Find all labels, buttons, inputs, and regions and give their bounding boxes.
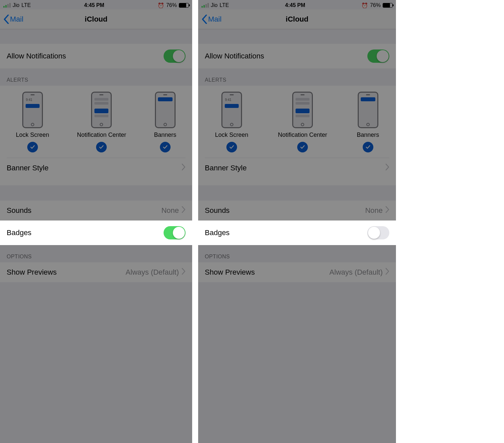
back-label: Mail — [208, 15, 221, 24]
badges-toggle[interactable] — [367, 226, 389, 239]
status-bar: Jio LTE 4:45 PM ⏰ 76% — [198, 0, 396, 9]
alert-type-notification-center[interactable]: Notification Center — [77, 92, 126, 152]
page-title: iCloud — [0, 15, 192, 24]
lockscreen-time: 9:41 — [26, 98, 32, 102]
options-header: OPTIONS — [0, 245, 192, 262]
screen-right: Jio LTE 4:45 PM ⏰ 76% Mail iCloud Allow … — [198, 0, 396, 443]
check-icon — [226, 142, 237, 152]
chevron-right-icon — [182, 206, 186, 215]
show-previews-label: Show Previews — [7, 268, 57, 277]
allow-notifications-label: Allow Notifications — [205, 52, 264, 60]
badges-row[interactable]: Badges — [0, 221, 192, 245]
show-previews-label: Show Previews — [205, 268, 255, 277]
alert-lock-label: Lock Screen — [16, 132, 49, 138]
chevron-right-icon — [385, 164, 389, 172]
lockscreen-preview-icon: 9:41 — [221, 92, 242, 128]
alarm-icon: ⏰ — [158, 2, 164, 9]
alert-type-lockscreen[interactable]: 9:41 Lock Screen — [215, 92, 248, 152]
sounds-label: Sounds — [205, 206, 230, 215]
alert-banners-label: Banners — [357, 132, 379, 138]
signal-icon — [201, 3, 209, 8]
status-time: 4:45 PM — [285, 2, 305, 8]
chevron-left-icon — [3, 15, 9, 24]
alert-banners-label: Banners — [154, 132, 176, 138]
notification-center-preview-icon — [292, 92, 313, 128]
allow-notifications-toggle[interactable] — [164, 49, 186, 63]
network-label: LTE — [219, 2, 229, 8]
banner-style-label: Banner Style — [205, 164, 247, 172]
banner-style-label: Banner Style — [7, 164, 49, 172]
check-icon — [160, 142, 171, 152]
sounds-value: None — [161, 206, 179, 215]
allow-notifications-toggle[interactable] — [367, 49, 389, 63]
battery-icon — [383, 3, 393, 8]
back-button[interactable]: Mail — [201, 15, 221, 24]
badges-row[interactable]: Badges — [198, 221, 396, 245]
badges-toggle[interactable] — [164, 226, 186, 239]
alert-type-notification-center[interactable]: Notification Center — [278, 92, 327, 152]
nav-bar: Mail iCloud — [198, 9, 396, 29]
show-previews-row[interactable]: Show Previews Always (Default) — [0, 262, 192, 282]
sounds-row[interactable]: Sounds None — [198, 201, 396, 221]
back-button[interactable]: Mail — [3, 15, 23, 24]
notification-center-preview-icon — [91, 92, 112, 128]
alerts-panel: 9:41 Lock Screen Notification Center — [198, 86, 396, 185]
alerts-panel: 9:41 Lock Screen Notification Center — [0, 86, 192, 185]
alert-lock-label: Lock Screen — [215, 132, 248, 138]
badges-label: Badges — [7, 228, 32, 237]
alert-type-banners[interactable]: Banners — [154, 92, 176, 152]
battery-pct: 76% — [370, 2, 381, 8]
chevron-right-icon — [385, 268, 389, 277]
alert-type-banners[interactable]: Banners — [357, 92, 379, 152]
lockscreen-time: 9:41 — [225, 98, 231, 102]
alert-type-lockscreen[interactable]: 9:41 Lock Screen — [16, 92, 49, 152]
show-previews-row[interactable]: Show Previews Always (Default) — [198, 262, 396, 282]
check-icon — [27, 142, 38, 152]
lockscreen-preview-icon: 9:41 — [22, 92, 43, 128]
alerts-header: ALERTS — [198, 68, 396, 86]
sounds-row[interactable]: Sounds None — [0, 201, 192, 221]
show-previews-value: Always (Default) — [126, 268, 179, 277]
banners-preview-icon — [155, 92, 176, 128]
status-time: 4:45 PM — [84, 2, 104, 8]
chevron-right-icon — [182, 164, 186, 172]
page-title: iCloud — [198, 15, 396, 24]
carrier-label: Jio — [13, 2, 19, 8]
status-bar: Jio LTE 4:45 PM ⏰ 76% — [0, 0, 192, 9]
alert-nc-label: Notification Center — [77, 132, 126, 138]
banners-preview-icon — [358, 92, 378, 128]
allow-notifications-row[interactable]: Allow Notifications — [0, 44, 192, 68]
network-label: LTE — [21, 2, 31, 8]
chevron-right-icon — [385, 206, 389, 215]
alert-nc-label: Notification Center — [278, 132, 327, 138]
battery-icon — [179, 3, 189, 8]
carrier-label: Jio — [211, 2, 217, 8]
battery-pct: 76% — [166, 2, 177, 8]
allow-notifications-row[interactable]: Allow Notifications — [198, 44, 396, 68]
banner-style-row[interactable]: Banner Style — [205, 158, 389, 178]
chevron-right-icon — [182, 268, 186, 277]
alerts-header: ALERTS — [0, 68, 192, 86]
show-previews-value: Always (Default) — [329, 268, 383, 277]
nav-bar: Mail iCloud — [0, 9, 192, 29]
screen-left: Jio LTE 4:45 PM ⏰ 76% Mail iCloud Allow … — [0, 0, 192, 443]
signal-icon — [3, 3, 11, 8]
check-icon — [363, 142, 373, 152]
allow-notifications-label: Allow Notifications — [7, 52, 66, 60]
check-icon — [297, 142, 308, 152]
sounds-value: None — [365, 206, 383, 215]
alarm-icon: ⏰ — [361, 2, 368, 9]
banner-style-row[interactable]: Banner Style — [7, 158, 186, 178]
back-label: Mail — [10, 15, 23, 24]
options-header: OPTIONS — [198, 245, 396, 262]
check-icon — [96, 142, 107, 152]
chevron-left-icon — [201, 15, 207, 24]
sounds-label: Sounds — [7, 206, 32, 215]
badges-label: Badges — [205, 228, 230, 237]
